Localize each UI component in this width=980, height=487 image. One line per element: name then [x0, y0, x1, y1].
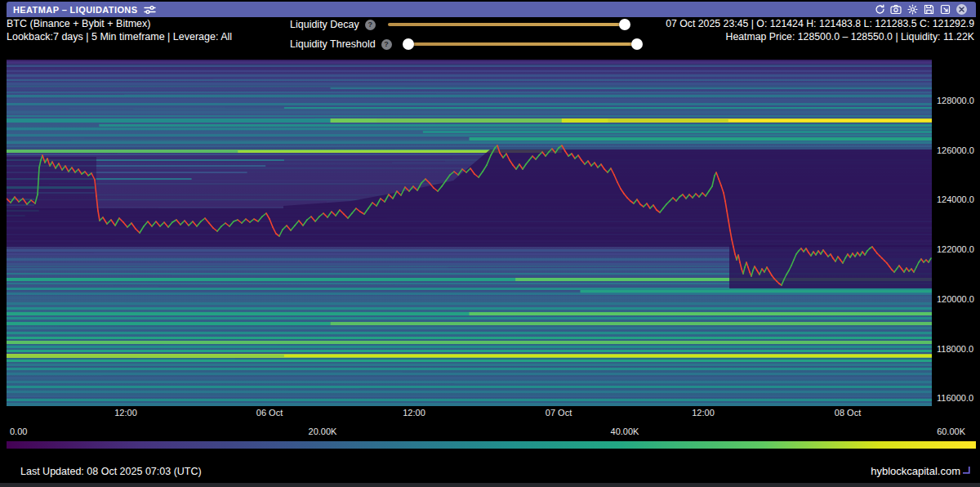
colorbar-tick-label: 40.00K [611, 427, 639, 436]
camera-button[interactable] [888, 3, 904, 16]
price-tick-label: 122000.0 [937, 244, 974, 254]
price-tick-label: 124000.0 [937, 194, 974, 204]
title-bar: HEATMAP – LIQUIDATIONS [7, 2, 976, 17]
bottom-edge [0, 483, 980, 487]
liquidation-heatmap-canvas[interactable] [7, 60, 932, 406]
liquidity-decay-help-icon[interactable]: ? [365, 20, 376, 30]
price-tick-label: 118000.0 [937, 344, 973, 354]
liquidity-threshold-label: Liquidity Threshold [290, 38, 376, 50]
time-tick-label: 12:00 [114, 408, 137, 418]
time-tick-label: 06 Oct [256, 408, 283, 418]
time-tick-label: 08 Oct [835, 408, 861, 418]
ohlc-info: 07 Oct 2025 23:45 | O: 121424 H: 121483.… [666, 18, 974, 43]
price-tick-label: 128000.0 [937, 96, 974, 105]
colorbar-tick-label: 20.00K [309, 427, 337, 436]
lookback-label: Lookback:7 days | 5 Min timeframe | Leve… [7, 31, 232, 44]
time-tick-label: 12:00 [403, 408, 425, 418]
heatmap-price-readout: Heatmap Price: 128500.0 – 128550.0 | Liq… [666, 31, 974, 44]
price-tick-label: 126000.0 [937, 145, 974, 155]
window-title: HEATMAP – LIQUIDATIONS [13, 5, 137, 15]
colorbar-tick-label: 60.00K [937, 427, 965, 436]
liquidity-decay-row: Liquidity Decay ? [290, 18, 641, 31]
site-link[interactable]: hyblockcapital.com [871, 464, 970, 477]
liquidity-decay-knob[interactable] [619, 19, 630, 30]
site-link-text[interactable]: hyblockcapital.com [871, 465, 960, 477]
instrument-label: BTC (Binance + Bybit + Bitmex) [7, 18, 232, 31]
refresh-button[interactable] [871, 3, 888, 16]
price-tick-label: 116000.0 [937, 393, 973, 403]
liquidity-decay-track[interactable] [388, 23, 629, 26]
liquidity-threshold-track[interactable] [404, 42, 642, 46]
liquidation-heatmap-app: HEATMAP – LIQUIDATIONS [0, 0, 980, 487]
liquidity-threshold-help-icon[interactable]: ? [381, 39, 392, 50]
liquidity-decay-label: Liquidity Decay [290, 19, 359, 30]
instrument-info: BTC (Binance + Bybit + Bitmex) Lookback:… [7, 18, 232, 43]
gear-button[interactable] [904, 3, 920, 16]
liquidity-decay-slider[interactable] [388, 19, 629, 30]
liquidity-threshold-slider[interactable] [404, 38, 642, 50]
expand-button[interactable] [937, 3, 953, 16]
close-button[interactable] [953, 3, 969, 16]
ohlc-readout: 07 Oct 2025 23:45 | O: 121424 H: 121483.… [666, 18, 974, 31]
save-button[interactable] [920, 3, 937, 16]
colorbar-tick-label: 0.00 [10, 427, 27, 436]
last-updated-label: Last Updated: 08 Oct 2025 07:03 (UTC) [20, 466, 202, 477]
liquidity-colorbar [7, 441, 976, 449]
corner-bracket-icon [963, 464, 970, 476]
liquidity-threshold-min-knob[interactable] [403, 38, 414, 50]
price-tick-label: 120000.0 [937, 294, 974, 304]
time-tick-label: 07 Oct [546, 408, 572, 418]
liquidity-threshold-max-knob[interactable] [631, 38, 643, 50]
liquidity-threshold-row: Liquidity Threshold ? [290, 38, 641, 51]
time-tick-label: 12:00 [692, 408, 715, 418]
sliders-icon [144, 5, 156, 15]
